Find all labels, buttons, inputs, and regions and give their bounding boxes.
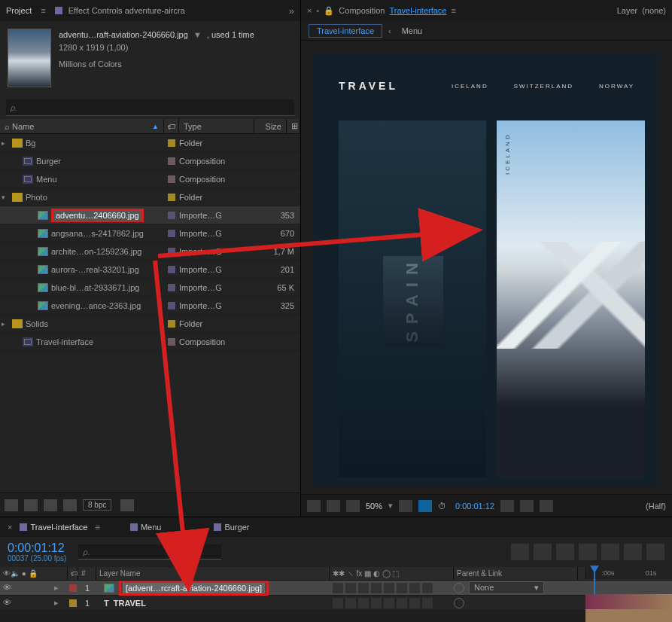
timeline-layer-row[interactable]: 👁 ▸ 1 [advent…rcraft-aviation-2406660.jp… [0,581,672,596]
close-tab-icon[interactable]: × [307,6,312,15]
motion-blur-icon[interactable] [601,544,619,560]
label-swatch[interactable] [168,230,175,237]
close-tab-icon[interactable]: × [8,523,12,532]
disclosure-icon[interactable]: ▸ [2,139,9,147]
project-item[interactable]: Burger Composition [0,152,300,170]
motionblur-switch[interactable] [397,583,407,593]
adjust-icon[interactable] [63,499,77,511]
visibility-icon[interactable]: 👁 [3,583,14,593]
frameblend-switch[interactable] [384,583,394,593]
brainstorm-icon[interactable] [646,544,664,560]
interpret-footage-icon[interactable] [5,499,18,511]
new-folder-icon[interactable] [24,499,38,511]
timeline-tab[interactable]: Burger [214,523,249,532]
label-swatch[interactable] [168,139,175,147]
pickwhip-icon[interactable] [454,583,464,593]
label-swatch[interactable] [168,157,175,165]
quality-switch[interactable] [358,583,369,593]
asset-dropdown-icon[interactable]: ▼ [190,30,205,39]
comp-flowchart-icon[interactable] [534,544,552,560]
project-item[interactable]: aurora-…real-33201.jpg Importe…G 201 [0,261,300,279]
label-swatch[interactable] [168,194,175,201]
timeline-search-input[interactable]: ρ. [78,544,221,559]
zoom-value[interactable]: 50% [366,502,382,511]
label-swatch[interactable] [168,248,175,255]
composition-name-link[interactable]: Travel-interface [389,6,446,15]
label-swatch[interactable] [69,599,77,607]
draft3d-icon[interactable] [556,544,574,560]
disclosure-icon[interactable]: ▸ [2,320,9,328]
project-item[interactable]: ▸ Solids Folder [0,315,300,333]
disclosure-icon[interactable]: ▾ [2,194,9,201]
adjustment-switch[interactable] [409,583,420,593]
monitor-icon[interactable] [327,500,340,512]
parent-dropdown[interactable]: None▾ [469,581,544,594]
project-search-input[interactable]: ρ. [6,99,294,116]
timeline-tab[interactable]: Menu [130,523,162,532]
twirl-icon[interactable]: ▸ [14,598,59,608]
label-swatch[interactable] [168,302,175,309]
pickwhip-icon[interactable] [454,598,464,608]
timeline-tab[interactable]: Travel-interface [20,523,87,532]
label-swatch[interactable] [168,266,175,273]
lock-icon[interactable]: 🔒 [324,6,334,16]
asset-thumbnail[interactable] [8,29,51,87]
timeline-ruler[interactable]: :00s 01s [585,567,672,579]
snapshot-icon[interactable] [500,500,514,512]
shy-switch[interactable] [333,598,343,608]
parent-column-header[interactable]: Parent & Link [454,567,578,580]
fx-switch[interactable] [371,583,382,593]
quality-switch[interactable] [358,598,369,608]
project-item[interactable]: ▸ Bg Folder [0,134,300,152]
adjustment-switch[interactable] [409,598,420,608]
collapse-switch[interactable] [345,598,356,608]
project-item[interactable]: adventu…2406660.jpg Importe…G 353 [0,206,300,224]
panel-menu-icon[interactable]: ≡ [452,6,456,15]
column-size[interactable]: Size [254,119,287,133]
resolution-dropdown[interactable]: (Half) [646,502,666,511]
column-type[interactable]: Type [179,119,254,133]
project-item[interactable]: evening…ance-2363.jpg Importe…G 325 [0,297,300,315]
breadcrumb-item[interactable]: Menu [397,26,423,35]
bpc-button[interactable]: 8 bpc [83,499,111,511]
shy-switch[interactable] [333,583,343,593]
frame-blend-icon[interactable] [579,544,597,560]
panel-menu-icon[interactable]: ≡ [38,6,48,15]
breadcrumb-back-icon[interactable]: ‹ [385,26,394,35]
project-item[interactable]: blue-bl…at-2933671.jpg Importe…G 65 K [0,279,300,297]
vr-icon[interactable] [346,500,360,512]
new-comp-icon[interactable] [44,499,57,511]
project-item[interactable]: ▾ Photo Folder [0,188,300,206]
tab-project[interactable]: Project [6,6,32,15]
timeline-layer-bar[interactable] [585,594,672,609]
project-item[interactable]: Travel-interface Composition [0,333,300,351]
panel-overflow-icon[interactable]: » [289,5,294,17]
viewer-timecode[interactable]: 0:00:01:12 [455,502,494,511]
timeline-timecode[interactable]: 0:00:01:12 [8,542,66,554]
breadcrumb-active[interactable]: Travel-interface [309,24,382,38]
zoom-dropdown-icon[interactable]: ▾ [388,501,393,511]
trash-icon[interactable] [120,499,134,511]
label-swatch[interactable] [69,584,77,592]
tab-effect-controls[interactable]: Effect Controls adventure-aircra [68,6,185,15]
3d-switch[interactable] [422,583,433,593]
shy-toggle-icon[interactable] [511,544,529,560]
composition-viewer[interactable]: TRAVEL ICELAND SWITZERLAND NORWAY SPAIN … [313,53,660,486]
label-swatch[interactable] [168,338,175,346]
visibility-icon[interactable]: 👁 [3,598,14,608]
color-mgmt-icon[interactable] [540,500,553,512]
project-item[interactable]: angsana…s-2417862.jpg Importe…G 670 [0,224,300,242]
grid-icon[interactable] [399,500,412,512]
timeline-layer-bar[interactable] [585,609,672,622]
project-item[interactable]: archite…on-1259236.jpg Importe…G 1,7 M [0,242,300,261]
graph-editor-icon[interactable] [624,544,642,560]
channel-icon[interactable] [520,500,534,512]
timeline-layer-row[interactable]: 👁 ▸ 1 TTRAVEL [0,596,672,611]
magnify-icon[interactable] [307,500,321,512]
label-swatch[interactable] [168,284,175,291]
frameblend-switch[interactable] [384,598,394,608]
label-swatch[interactable] [168,175,175,183]
project-item[interactable]: Menu Composition [0,170,300,188]
mask-toggle-icon[interactable] [418,500,432,512]
label-swatch[interactable] [168,212,175,219]
